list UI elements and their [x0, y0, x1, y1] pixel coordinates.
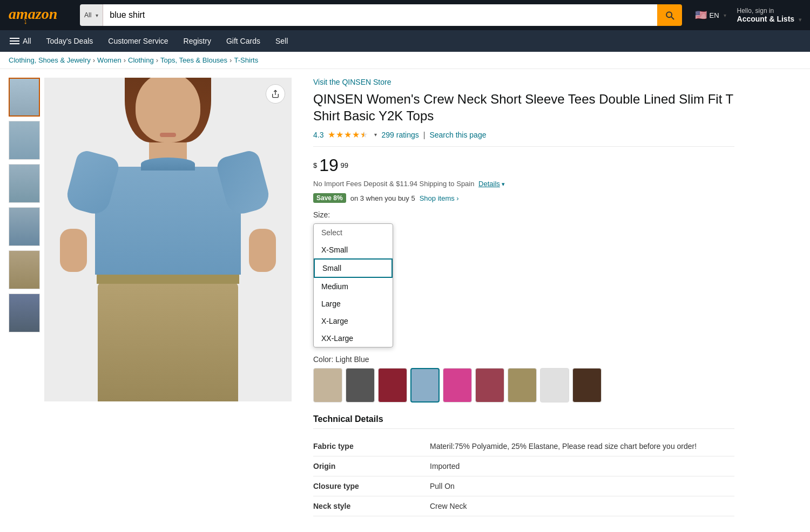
share-icon	[271, 90, 280, 98]
breadcrumb-item-2[interactable]: Clothing	[128, 56, 154, 64]
save-badge: Save 8%	[313, 193, 346, 203]
search-category-select[interactable]: All ▾	[80, 4, 103, 26]
thumb-3[interactable]	[9, 207, 40, 246]
color-section: Color: Light Blue	[313, 355, 734, 403]
hamburger-icon	[10, 38, 19, 44]
breadcrumb-item-1[interactable]: Women	[97, 56, 122, 64]
size-option-m[interactable]: Medium	[314, 278, 393, 295]
navbar-customer-service[interactable]: Customer Service	[107, 35, 169, 47]
language-chevron-icon: ▾	[724, 12, 726, 18]
color-label: Color: Light Blue	[313, 355, 734, 364]
size-option-select[interactable]: Select	[314, 224, 393, 241]
account-chevron-icon: ▾	[799, 17, 801, 23]
thumb-2[interactable]	[9, 164, 40, 203]
price-dollar-sign: $	[313, 162, 317, 170]
tech-details-table: Fabric type Materil:75% Polyamide, 25% E…	[313, 436, 734, 516]
color-swatches	[313, 368, 734, 403]
rating-row: 4.3 ★ ★ ★ ★ ★ ★ ▾ 299 ratings | Search t…	[313, 129, 734, 147]
tech-details: Technical Details Fabric type Materil:75…	[313, 414, 734, 516]
search-button[interactable]	[657, 4, 682, 26]
tech-label-1: Origin	[313, 456, 421, 476]
color-swatch-8[interactable]	[572, 368, 602, 403]
star-3: ★	[344, 129, 352, 140]
color-swatch-1[interactable]	[346, 368, 375, 403]
share-button[interactable]	[266, 84, 285, 104]
account-hello: Hello, sign in	[737, 7, 801, 15]
color-swatch-6[interactable]	[508, 368, 537, 403]
thumb-1[interactable]	[9, 121, 40, 160]
search-input[interactable]	[103, 4, 657, 26]
save-text: on 3 when you buy 5	[350, 194, 415, 202]
size-option-s[interactable]: Small	[314, 258, 393, 278]
language-label: EN	[709, 11, 719, 19]
price-row: $ 19 99	[313, 149, 734, 180]
thumb-4[interactable]	[9, 250, 40, 289]
size-option-xs[interactable]: X-Small	[314, 241, 393, 258]
star-1: ★	[328, 129, 335, 140]
table-row: Origin Imported	[313, 456, 734, 476]
price-cents: 99	[341, 162, 348, 170]
thumb-0[interactable]	[9, 78, 40, 117]
color-swatch-5[interactable]	[475, 368, 504, 403]
table-row: Neck style Crew Neck	[313, 496, 734, 516]
store-link[interactable]: Visit the QINSEN Store	[313, 78, 734, 86]
header: amazon ⤵ All ▾ 🇺🇸 EN ▾ Hello, sign in Ac…	[0, 0, 810, 30]
breadcrumb-sep-0: ›	[93, 56, 95, 64]
account-label: Account & Lists ▾	[737, 15, 801, 23]
language-selector[interactable]: 🇺🇸 EN ▾	[695, 9, 726, 21]
account-menu[interactable]: Hello, sign in Account & Lists ▾	[737, 7, 801, 23]
color-swatch-2[interactable]	[378, 368, 407, 403]
shop-items-link[interactable]: Shop items ›	[420, 194, 459, 202]
tech-value-1: Imported	[421, 456, 734, 476]
shipping-text: No Import Fees Deposit & $11.94 Shipping…	[313, 180, 474, 188]
size-option-xxl[interactable]: XX-Large	[314, 330, 393, 347]
color-swatch-7[interactable]	[540, 368, 569, 403]
navbar-gift-cards[interactable]: Gift Cards	[225, 35, 261, 47]
category-chevron-icon: ▾	[96, 12, 98, 18]
product-details-panel: Visit the QINSEN Store QINSEN Women's Cr…	[300, 78, 747, 516]
navbar-registry[interactable]: Registry	[183, 35, 212, 47]
size-dropdown-list: Select X-Small Small Medium Large X-Larg…	[313, 223, 393, 347]
star-rating[interactable]: ★ ★ ★ ★ ★ ★	[328, 129, 368, 140]
navbar: All Today's Deals Customer Service Regis…	[0, 30, 810, 52]
product-images	[9, 78, 300, 516]
rating-chevron-icon: ▾	[374, 132, 377, 138]
shipping-chevron-icon: ▾	[502, 181, 505, 187]
tech-details-title: Technical Details	[313, 414, 734, 429]
size-option-xl[interactable]: X-Large	[314, 312, 393, 330]
navbar-todays-deals[interactable]: Today's Deals	[45, 35, 94, 47]
star-2: ★	[336, 129, 343, 140]
breadcrumb-item-4[interactable]: T-Shirts	[234, 56, 258, 64]
size-option-l[interactable]: Large	[314, 295, 393, 312]
color-swatch-0[interactable]	[313, 368, 342, 403]
search-icon	[664, 10, 675, 21]
thumbnail-list	[9, 78, 40, 516]
size-dropdown[interactable]: Select X-Small Small Medium Large X-Larg…	[313, 223, 393, 347]
breadcrumb-item-3[interactable]: Tops, Tees & Blouses	[160, 56, 227, 64]
color-swatch-3[interactable]	[410, 368, 440, 403]
size-label: Size:	[313, 210, 734, 219]
search-category-label: All	[84, 11, 91, 19]
navbar-all-label: All	[23, 37, 31, 45]
thumb-5[interactable]	[9, 294, 40, 332]
header-right: 🇺🇸 EN ▾ Hello, sign in Account & Lists ▾	[695, 7, 801, 23]
navbar-sell[interactable]: Sell	[274, 35, 289, 47]
main-product-image	[44, 78, 292, 401]
tech-label-3: Neck style	[313, 496, 421, 516]
save-row: Save 8% on 3 when you buy 5 Shop items ›	[313, 193, 734, 203]
rating-separator: |	[423, 131, 426, 139]
color-swatch-4[interactable]	[443, 368, 472, 403]
tech-label-2: Closure type	[313, 476, 421, 496]
table-row: Closure type Pull On	[313, 476, 734, 496]
breadcrumb-item-0[interactable]: Clothing, Shoes & Jewelry	[9, 56, 91, 64]
search-page-link[interactable]: Search this page	[429, 131, 486, 139]
navbar-all-menu[interactable]: All	[9, 35, 32, 47]
amazon-logo[interactable]: amazon ⤵	[9, 5, 73, 25]
shipping-details-link[interactable]: Details	[478, 180, 500, 188]
table-row: Fabric type Materil:75% Polyamide, 25% E…	[313, 436, 734, 456]
star-4: ★	[352, 129, 360, 140]
rating-count-link[interactable]: 299 ratings	[381, 131, 418, 139]
breadcrumb-sep-1: ›	[124, 56, 126, 64]
price-main: 19	[319, 155, 339, 175]
tech-value-2: Pull On	[421, 476, 734, 496]
